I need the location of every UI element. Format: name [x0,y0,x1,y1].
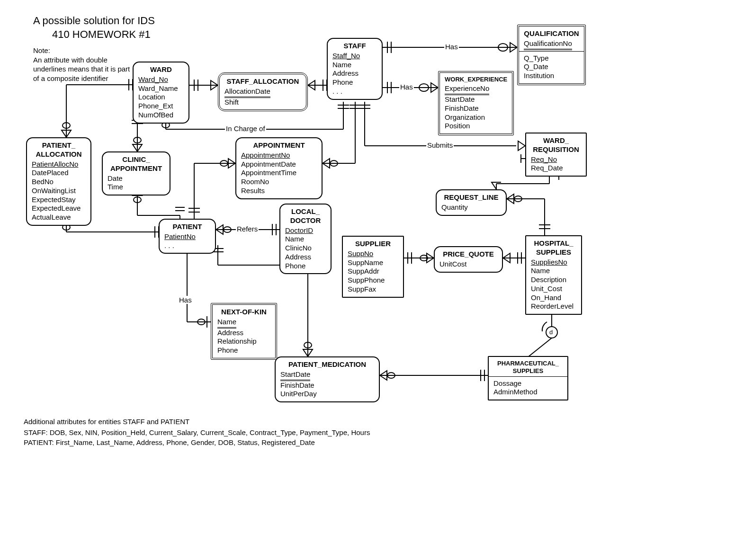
svg-point-80 [420,255,428,261]
entity-ward-requisition: WARD_ REQUISITION Req_No Req_Date [525,133,587,177]
patient-allocation-attr-0: PatientAllocNo [32,160,86,169]
local-doctor-name: LOCAL_ DOCTOR [285,207,326,225]
entity-appointment: APPOINTMENT AppointmentNo AppointmentDat… [235,137,323,199]
footer-title: Additional attributes for entities STAFF… [24,417,370,427]
rel-has-qualification: Has [444,43,459,51]
next-of-kin-attr-1: Address [217,329,270,338]
next-of-kin-attr-3: Phone [217,346,270,355]
supplier-attr-1: SuppName [348,258,398,267]
svg-point-58 [224,227,231,232]
next-of-kin-name: NEXT-OF-KIN [217,308,270,317]
entity-local-doctor: LOCAL_ DOCTOR DoctorID Name ClinicNo Add… [279,204,332,274]
patient-attr-0: PatientNo [164,232,210,241]
ward-requisition-attr-0: Req_No [531,155,581,164]
clinic-appointment-name: CLINIC_ APPOINTMENT [108,155,165,173]
next-of-kin-attr-2: Relationship [217,337,270,346]
patient-medication-name: PATIENT_MEDICATION [280,360,374,369]
local-doctor-attr-3: Address [285,253,326,262]
ward-attr-4: NumOfBed [138,111,184,120]
title-line2: 410 HOMEWORK #1 [52,28,155,42]
rel-has-experience: Has [399,83,414,91]
pharmaceutical-supplies-attr-0: Dossage [493,379,563,388]
work-experience-attr-3: Organization [445,113,507,122]
price-quote-name: PRICE_QUOTE [439,250,497,259]
staff-attr-0: Staff_No [332,52,377,61]
entity-ward: WARD Ward_No Ward_Name Location Phone_Ex… [133,62,189,124]
supplier-attr-0: SuppNo [348,249,398,258]
staff-attr-2: Address [332,69,377,78]
local-doctor-attr-0: DoctorID [285,226,326,235]
next-of-kin-attr-0: Name [217,318,236,329]
svg-point-51 [330,160,338,166]
work-experience-attr-0: ExperienceNo [445,84,489,95]
patient-name: PATIENT [164,222,210,231]
staff-attr-4: . . . [332,87,377,96]
patient-medication-attr-0: StartDate [280,370,310,381]
ward-requisition-attr-1: Req_Date [531,164,581,173]
patient-medication-attr-2: UnitPerDay [280,390,374,399]
svg-point-31 [63,123,70,128]
svg-point-72 [304,342,312,348]
hospital-supplies-attr-0: SuppliesNo [531,258,576,267]
hospital-supplies-attr-3: Unit_Cost [531,284,576,293]
supplier-attr-2: SuppAddr [348,267,398,276]
price-quote-attr-0: UnitCost [439,260,497,269]
entity-patient-medication: PATIENT_MEDICATION StartDate FinishDate … [275,356,380,402]
entity-work-experience: WORK_EXPERIENCE ExperienceNo StartDate F… [438,71,514,135]
staff-attr-3: Phone [332,78,377,87]
entity-price-quote: PRICE_QUOTE UnitCost [434,246,503,273]
hospital-supplies-attr-2: Description [531,276,576,284]
entity-next-of-kin: NEXT-OF-KIN Name Address Relationship Ph… [211,303,277,360]
staff-allocation-attr-0: AllocationDate [224,87,270,98]
appointment-attr-4: Results [241,187,317,196]
ward-attr-3: Phone_Ext [138,102,184,111]
staff-attr-1: Name [332,61,377,70]
patient-allocation-attr-3: OnWaitingList [32,187,86,196]
appointment-name: APPOINTMENT [241,141,317,150]
work-experience-name: WORK_EXPERIENCE [445,76,507,83]
note-heading: Note: [33,46,155,55]
qualification-attr-2: Q_Date [524,62,579,71]
request-line-attr-0: Quantity [441,203,501,212]
footer-patient: PATIENT: First_Name, Last_Name, Address,… [24,437,370,447]
svg-point-44 [134,197,141,203]
patient-allocation-attr-1: DatePlaced [32,169,86,178]
entity-clinic-appointment: CLINIC_ APPOINTMENT Date Time [102,151,170,196]
patient-allocation-attr-5: ExpectedLeave [32,204,86,213]
appointment-attr-2: AppointmentTime [241,169,317,178]
ward-requisition-name: WARD_ REQUISITION [531,136,581,154]
supplier-attr-4: SuppFax [348,285,398,294]
clinic-appointment-attr-0: Date [108,174,165,183]
entity-request-line: REQUEST_LINE Quantity [436,189,507,216]
pharmaceutical-supplies-name: PHARMACEUTICAL_ SUPPLIES [493,360,563,375]
entity-patient-allocation: PATIENT_ ALLOCATION PatientAllocNo DateP… [26,137,91,226]
supplier-name: SUPPLIER [348,240,398,249]
svg-point-74 [387,373,395,378]
entity-hospital-supplies: HOSPITAL_ SUPPLIES SuppliesNo Name Descr… [525,235,582,315]
appointment-attr-3: RoomNo [241,178,317,187]
footer-block: Additional attributes for entities STAFF… [24,417,370,447]
svg-point-54 [220,160,228,166]
work-experience-attr-2: FinishDate [445,104,507,113]
qualification-attr-1: Q_Type [524,54,579,63]
disjoint-d: d [549,329,553,336]
staff-name: STAFF [332,42,377,51]
qualification-attr-3: Institution [524,71,579,80]
title-line1: A possible solution for IDS [33,14,155,28]
patient-allocation-attr-4: ExpectedStay [32,196,86,204]
svg-point-13 [419,84,429,91]
local-doctor-attr-4: Phone [285,262,326,271]
hospital-supplies-attr-4: On_Hand [531,293,576,302]
patient-allocation-name: PATIENT_ ALLOCATION [32,141,86,159]
rel-refers: Refers [236,225,259,233]
appointment-attr-1: AppointmentDate [241,160,317,169]
footer-staff: STAFF: DOB, Sex, NIN, Position_Held, Cur… [24,427,370,437]
qualification-name: QUALIFICATION [524,29,579,38]
entity-patient: PATIENT PatientNo . . . [159,219,216,254]
entity-staff-allocation: STAFF_ALLOCATION AllocationDate Shift [218,72,308,111]
qualification-attr-0: QualificationNo [524,39,572,50]
request-line-name: REQUEST_LINE [441,193,501,202]
staff-allocation-name: STAFF_ALLOCATION [224,77,301,86]
ward-attr-0: Ward_No [138,75,184,84]
entity-supplier: SUPPLIER SuppNo SuppName SuppAddr SuppPh… [342,236,404,298]
